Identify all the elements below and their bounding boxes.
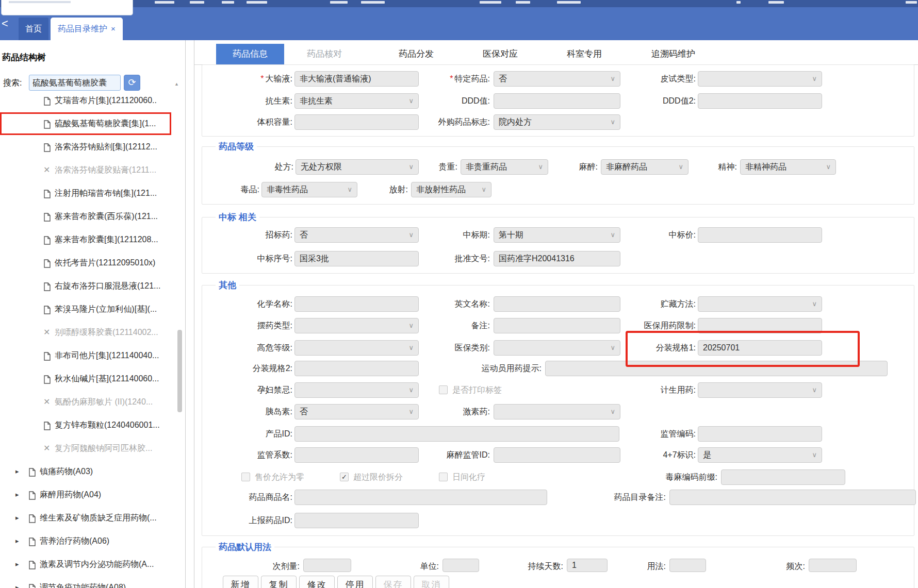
- tree-item[interactable]: 注射用帕瑞昔布钠[集](121...: [0, 186, 173, 200]
- bid-period-select[interactable]: 第十期∨: [494, 227, 620, 243]
- tree-item-disabled[interactable]: ✕别嘌醇缓释胶囊(12114002...: [0, 325, 173, 340]
- bell-icon[interactable]: [736, 1, 741, 4]
- disable-button[interactable]: 停用: [337, 576, 373, 588]
- tree-item-disabled[interactable]: ✕复方阿魏酸钠阿司匹林胶...: [0, 441, 173, 456]
- refresh-button[interactable]: ⟳: [124, 75, 140, 91]
- frequency-input[interactable]: [809, 559, 857, 572]
- infusion-input[interactable]: 非大输液(普通输液): [294, 71, 419, 87]
- tree-group[interactable]: ▸激素及调节内分泌功能药物(A...: [0, 557, 173, 572]
- rx-select[interactable]: 无处方权限∨: [296, 159, 419, 175]
- family-planning-select[interactable]: ∨: [698, 382, 822, 398]
- bid-price-input[interactable]: [698, 227, 822, 243]
- tree-group[interactable]: ▸调节免疫功能药物(A08): [0, 580, 173, 588]
- ddd2-input[interactable]: [698, 93, 822, 109]
- global-search-input[interactable]: [1, 0, 133, 15]
- tab-drug-dispatch[interactable]: 药品分发: [399, 44, 434, 64]
- tree-item[interactable]: 塞来昔布胶囊(西乐葆)(121...: [0, 209, 173, 224]
- caret-icon[interactable]: ▸: [15, 534, 19, 548]
- approval-no-input[interactable]: 国药准字H20041316: [494, 251, 620, 266]
- copy-button[interactable]: 复制: [261, 576, 297, 588]
- tree-item[interactable]: 依托考昔片(12112095010x): [0, 256, 173, 270]
- tree-group[interactable]: ▸营养治疗药物(A06): [0, 534, 173, 548]
- tree-group[interactable]: ▸镇痛药物(A03): [0, 464, 173, 479]
- scrollbar-thumb[interactable]: [177, 330, 182, 412]
- tree-item-disabled[interactable]: ✕洛索洛芬钠凝胶贴膏(1211...: [0, 163, 173, 177]
- remark-input[interactable]: [494, 318, 620, 333]
- back-icon[interactable]: <: [2, 16, 8, 31]
- narcotic-reg-id-input[interactable]: [494, 447, 620, 463]
- insulin-select[interactable]: 否∨: [294, 404, 419, 419]
- catalog-remark-input[interactable]: [669, 490, 916, 505]
- tab-drug-check[interactable]: 药品核对: [307, 44, 342, 64]
- en-name-input[interactable]: [494, 296, 620, 312]
- special-drug-select[interactable]: 否∨: [494, 71, 620, 87]
- tree-item[interactable]: 右旋布洛芬口服混悬液(121...: [0, 279, 173, 293]
- skin-test-select[interactable]: ∨: [698, 71, 822, 87]
- bid-drug-select[interactable]: 否∨: [294, 227, 419, 243]
- close-icon[interactable]: ×: [111, 24, 116, 33]
- modify-button[interactable]: 修改: [299, 576, 335, 588]
- tab-insurance-map[interactable]: 医保对应: [483, 44, 518, 64]
- over-limit-split-checkbox[interactable]: ✓: [340, 473, 349, 481]
- tree-item[interactable]: 洛索洛芬钠贴剂[集](12112...: [0, 140, 173, 154]
- tree-item[interactable]: 苯溴马隆片(立加利仙)[基](...: [0, 302, 173, 316]
- tree-item[interactable]: 复方锌布颗粒(1240406001...: [0, 418, 173, 432]
- user-icon[interactable]: [768, 1, 784, 4]
- toxic-select[interactable]: 非毒性药品∨: [261, 182, 357, 197]
- tree-item-disabled[interactable]: ✕氨酚伪麻那敏片 (II)(1240...: [0, 395, 173, 409]
- dispense-type-select[interactable]: ∨: [294, 318, 419, 333]
- report-id-input[interactable]: [294, 513, 419, 528]
- tab-drug-catalog[interactable]: 药品目录维护×: [51, 18, 123, 40]
- volume-input[interactable]: [294, 114, 419, 130]
- caret-icon[interactable]: ▸: [15, 511, 19, 525]
- unit-input[interactable]: [442, 559, 479, 572]
- cancel-button[interactable]: 取消: [414, 576, 449, 588]
- caret-icon[interactable]: ▸: [15, 488, 19, 502]
- four-seven-select[interactable]: 是∨: [698, 447, 822, 463]
- save-button[interactable]: 保存: [375, 576, 411, 588]
- antibiotic-select[interactable]: 非抗生素∨: [294, 93, 419, 109]
- ddd-input[interactable]: [494, 93, 620, 109]
- scroll-up-icon[interactable]: ▲: [174, 81, 179, 87]
- narc-prefix-input[interactable]: [721, 469, 845, 485]
- pregnancy-select[interactable]: ∨: [294, 382, 419, 398]
- pack-spec2-input[interactable]: [294, 361, 419, 376]
- add-button[interactable]: 新增: [223, 576, 258, 588]
- days-input[interactable]: 1: [567, 559, 608, 572]
- external-flag-select[interactable]: 院内处方∨: [494, 114, 620, 130]
- tree-item[interactable]: 塞来昔布胶囊[集](1211208...: [0, 232, 173, 247]
- high-risk-select[interactable]: ∨: [294, 340, 419, 356]
- tree-search-input[interactable]: 硫酸氨基葡萄糖胶囊: [29, 75, 121, 91]
- tree-group[interactable]: ▸维生素及矿物质缺乏症用药物(...: [0, 511, 173, 525]
- regulatory-code-input[interactable]: [698, 426, 822, 442]
- usage-input[interactable]: [669, 559, 706, 572]
- tab-home[interactable]: 首页: [19, 18, 48, 40]
- tree-item[interactable]: 秋水仙碱片[基](121140060...: [0, 372, 173, 386]
- storage-select[interactable]: ∨: [698, 296, 822, 312]
- insurance-type-select[interactable]: ∨: [494, 340, 620, 356]
- tab-department[interactable]: 科室专用: [567, 44, 602, 64]
- settings-icon[interactable]: [906, 1, 917, 4]
- print-label-checkbox[interactable]: [439, 385, 448, 394]
- tree-group[interactable]: ▸麻醉用药物(A04): [0, 488, 173, 502]
- hormone-select[interactable]: ∨: [494, 404, 620, 419]
- dose-input[interactable]: [303, 559, 351, 572]
- regulatory-factor-input[interactable]: [294, 447, 419, 463]
- tab-trace-code[interactable]: 追溯码维护: [651, 44, 695, 64]
- tab-drug-info[interactable]: 药品信息: [216, 44, 284, 64]
- zero-price-checkbox[interactable]: [241, 473, 250, 481]
- trade-name-input[interactable]: [294, 490, 547, 505]
- caret-icon[interactable]: ▸: [15, 580, 19, 588]
- day-chemo-checkbox[interactable]: [439, 473, 448, 481]
- chem-name-input[interactable]: [294, 296, 419, 312]
- radioactive-select[interactable]: 非放射性药品∨: [411, 182, 491, 197]
- product-id-input[interactable]: [294, 426, 619, 442]
- bid-no-input[interactable]: 国采3批: [294, 251, 419, 266]
- psychotropic-select[interactable]: 非精神药品∨: [740, 159, 836, 175]
- caret-icon[interactable]: ▸: [15, 464, 19, 479]
- precious-select[interactable]: 非贵重药品∨: [461, 159, 548, 175]
- narcotic-select[interactable]: 非麻醉药品∨: [601, 159, 688, 175]
- tree-item[interactable]: 艾瑞昔布片[集](121120060..: [0, 93, 173, 108]
- caret-icon[interactable]: ▸: [15, 557, 19, 572]
- tree-item[interactable]: 非布司他片[集](121140040...: [0, 348, 173, 363]
